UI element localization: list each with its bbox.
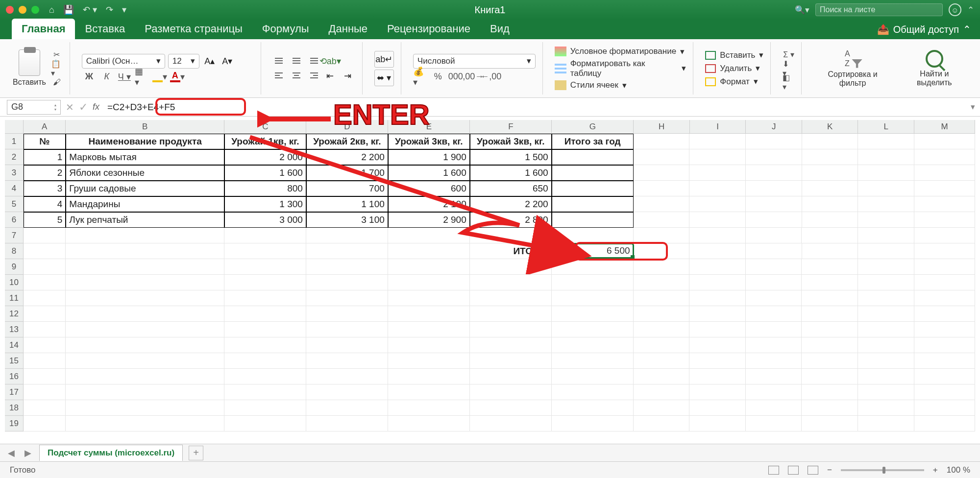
cell[interactable]: [802, 337, 858, 353]
cell[interactable]: [634, 384, 690, 400]
cell[interactable]: [746, 353, 802, 369]
align-left-icon[interactable]: [273, 70, 287, 81]
ribbon-toggle-icon[interactable]: ⌃: [967, 5, 974, 15]
cell[interactable]: [802, 353, 858, 369]
cell[interactable]: [634, 134, 690, 149]
cell[interactable]: [914, 275, 975, 290]
cell[interactable]: [802, 400, 858, 416]
column-header[interactable]: H: [634, 120, 690, 134]
cell[interactable]: [802, 306, 858, 322]
cell[interactable]: [802, 212, 858, 228]
tab-formulas[interactable]: Формулы: [252, 19, 319, 39]
cell[interactable]: Урожай 3кв, кг.: [470, 134, 552, 149]
cell[interactable]: [746, 416, 802, 431]
cell[interactable]: [470, 416, 552, 431]
cell[interactable]: [306, 369, 388, 384]
fx-icon[interactable]: fx: [93, 102, 99, 112]
cell[interactable]: [858, 228, 914, 243]
row-header[interactable]: 12: [5, 306, 24, 322]
cell[interactable]: [388, 384, 470, 400]
cell[interactable]: [388, 228, 470, 243]
enter-formula-icon[interactable]: ✓: [79, 101, 88, 114]
cell[interactable]: [552, 306, 634, 322]
cell[interactable]: №: [24, 134, 66, 149]
cell[interactable]: [746, 369, 802, 384]
cell[interactable]: Марковь мытая: [66, 149, 224, 165]
row-header[interactable]: 3: [5, 165, 24, 181]
cell[interactable]: [388, 337, 470, 353]
tab-insert[interactable]: Вставка: [75, 19, 135, 39]
cell[interactable]: [914, 416, 975, 431]
feedback-icon[interactable]: ☺: [949, 3, 961, 16]
cell[interactable]: [224, 353, 306, 369]
cell[interactable]: [858, 384, 914, 400]
format-as-table-button[interactable]: Форматировать как таблицу ▾: [555, 59, 686, 78]
number-format-select[interactable]: Числовой▾: [413, 54, 536, 69]
formula-input[interactable]: =C2+D3+E4+F5: [103, 100, 971, 114]
cell[interactable]: [746, 259, 802, 275]
cell[interactable]: [306, 259, 388, 275]
search-input[interactable]: [815, 3, 943, 16]
column-header[interactable]: I: [690, 120, 746, 134]
cell[interactable]: [914, 134, 975, 149]
add-sheet-button[interactable]: +: [189, 446, 203, 460]
cell[interactable]: [634, 416, 690, 431]
column-header[interactable]: G: [552, 120, 634, 134]
cell[interactable]: [914, 400, 975, 416]
cell[interactable]: [746, 134, 802, 149]
cell[interactable]: [306, 243, 388, 259]
cell[interactable]: [689, 369, 746, 384]
font-color-icon[interactable]: A▾: [170, 71, 185, 83]
cell[interactable]: [858, 306, 914, 322]
cell[interactable]: [746, 228, 802, 243]
row-header[interactable]: 19: [5, 416, 24, 431]
tab-view[interactable]: Вид: [480, 19, 519, 39]
sheet-nav-prev[interactable]: ◀: [6, 448, 17, 458]
font-size-select[interactable]: 12▾: [168, 54, 199, 69]
cell[interactable]: [689, 290, 746, 306]
autosum-icon[interactable]: Σ ▾: [783, 49, 794, 60]
cell[interactable]: [634, 337, 690, 353]
cell[interactable]: Урожай 2кв, кг.: [306, 134, 388, 149]
cell[interactable]: [552, 369, 634, 384]
cell[interactable]: [224, 259, 306, 275]
cell[interactable]: 2 100: [388, 196, 470, 212]
cell[interactable]: ИТОГО:: [470, 243, 552, 259]
decrease-decimal-icon[interactable]: ←,00: [484, 71, 498, 83]
cell[interactable]: [224, 384, 306, 400]
row-header[interactable]: 11: [5, 290, 24, 306]
insert-cells-button[interactable]: Вставить ▾: [705, 50, 763, 60]
cell[interactable]: [746, 337, 802, 353]
underline-button[interactable]: Ч ▾: [117, 71, 132, 83]
paste-icon[interactable]: [19, 49, 40, 76]
cell[interactable]: [306, 228, 388, 243]
cell[interactable]: [689, 243, 746, 259]
row-header[interactable]: 7: [5, 228, 24, 243]
cell[interactable]: [746, 181, 802, 196]
currency-icon[interactable]: 💰▾: [413, 71, 428, 83]
column-header[interactable]: B: [66, 120, 224, 134]
cell[interactable]: 2 800: [470, 212, 552, 228]
cell[interactable]: [634, 353, 690, 369]
cell[interactable]: [634, 165, 690, 181]
zoom-slider[interactable]: [841, 469, 924, 471]
decrease-indent-icon[interactable]: ⇤: [323, 70, 338, 82]
save-icon[interactable]: 💾: [63, 4, 74, 15]
tab-data[interactable]: Данные: [319, 19, 377, 39]
column-header[interactable]: C: [224, 120, 306, 134]
cell[interactable]: 3 000: [224, 212, 306, 228]
cell[interactable]: [802, 290, 858, 306]
cell[interactable]: [689, 384, 746, 400]
cell[interactable]: [858, 149, 914, 165]
cell[interactable]: [224, 400, 306, 416]
cell[interactable]: [914, 353, 975, 369]
cell[interactable]: 3: [24, 181, 66, 196]
cell[interactable]: [634, 196, 690, 212]
cell[interactable]: [388, 275, 470, 290]
cell[interactable]: [802, 228, 858, 243]
cell[interactable]: [802, 134, 858, 149]
cell[interactable]: [66, 353, 224, 369]
cell[interactable]: [66, 290, 224, 306]
minimize-window[interactable]: [19, 6, 26, 14]
cell[interactable]: [24, 228, 66, 243]
